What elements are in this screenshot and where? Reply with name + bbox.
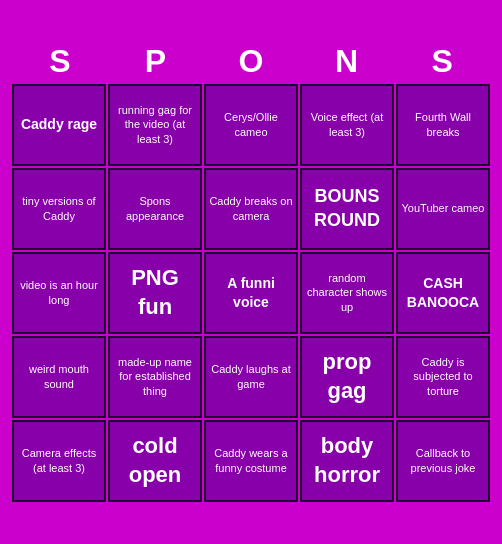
- bingo-cell-8[interactable]: BOUNS ROUND: [300, 168, 394, 250]
- bingo-cell-11[interactable]: PNG fun: [108, 252, 202, 334]
- bingo-cell-7[interactable]: Caddy breaks on camera: [204, 168, 298, 250]
- bingo-cell-2[interactable]: Cerys/Ollie cameo: [204, 84, 298, 166]
- bingo-cell-20[interactable]: Camera effects (at least 3): [12, 420, 106, 502]
- header-s2: S: [398, 43, 486, 80]
- bingo-card: S P O N S Caddy ragerunning gag for the …: [6, 37, 496, 508]
- bingo-cell-18[interactable]: prop gag: [300, 336, 394, 418]
- header-p: P: [111, 43, 199, 80]
- bingo-cell-15[interactable]: weird mouth sound: [12, 336, 106, 418]
- bingo-cell-6[interactable]: Spons appearance: [108, 168, 202, 250]
- bingo-cell-14[interactable]: CASH BANOOCA: [396, 252, 490, 334]
- bingo-cell-5[interactable]: tiny versions of Caddy: [12, 168, 106, 250]
- header-n: N: [303, 43, 391, 80]
- bingo-header: S P O N S: [12, 43, 490, 80]
- bingo-cell-3[interactable]: Voice effect (at least 3): [300, 84, 394, 166]
- bingo-cell-12[interactable]: A funni voice: [204, 252, 298, 334]
- bingo-cell-24[interactable]: Callback to previous joke: [396, 420, 490, 502]
- bingo-cell-23[interactable]: body horror: [300, 420, 394, 502]
- header-o: O: [207, 43, 295, 80]
- bingo-cell-16[interactable]: made-up name for established thing: [108, 336, 202, 418]
- bingo-cell-22[interactable]: Caddy wears a funny costume: [204, 420, 298, 502]
- bingo-cell-21[interactable]: cold open: [108, 420, 202, 502]
- bingo-cell-10[interactable]: video is an hour long: [12, 252, 106, 334]
- bingo-cell-17[interactable]: Caddy laughs at game: [204, 336, 298, 418]
- bingo-cell-4[interactable]: Fourth Wall breaks: [396, 84, 490, 166]
- bingo-cell-13[interactable]: random character shows up: [300, 252, 394, 334]
- bingo-cell-19[interactable]: Caddy is subjected to torture: [396, 336, 490, 418]
- bingo-cell-1[interactable]: running gag for the video (at least 3): [108, 84, 202, 166]
- bingo-cell-9[interactable]: YouTuber cameo: [396, 168, 490, 250]
- header-s1: S: [16, 43, 104, 80]
- bingo-grid: Caddy ragerunning gag for the video (at …: [12, 84, 490, 502]
- bingo-cell-0[interactable]: Caddy rage: [12, 84, 106, 166]
